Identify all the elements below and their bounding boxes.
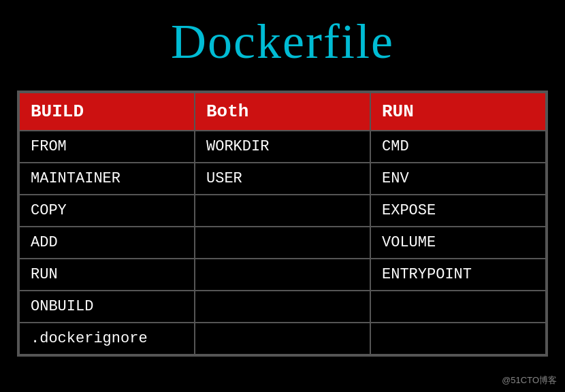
- cell-run: EXPOSE: [370, 195, 546, 227]
- table-row: FROMWORKDIRCMD: [19, 131, 546, 163]
- table-row: RUNENTRYPOINT: [19, 259, 546, 291]
- cell-both: [195, 291, 370, 323]
- header-build: BUILD: [19, 93, 195, 131]
- dockerfile-table: BUILD Both RUN FROMWORKDIRCMDMAINTAINERU…: [17, 91, 548, 357]
- cell-run: [370, 291, 546, 323]
- header-run: RUN: [370, 93, 546, 131]
- table-header-row: BUILD Both RUN: [19, 93, 546, 131]
- cell-both: [195, 195, 370, 227]
- cell-run: CMD: [370, 131, 546, 163]
- table-row: ONBUILD: [19, 291, 546, 323]
- cell-build: ONBUILD: [19, 291, 195, 323]
- cell-both: [195, 227, 370, 259]
- cell-both: [195, 323, 370, 355]
- watermark: @51CTO博客: [502, 374, 557, 387]
- cell-build: COPY: [19, 195, 195, 227]
- cell-build: MAINTAINER: [19, 163, 195, 195]
- table-row: MAINTAINERUSERENV: [19, 163, 546, 195]
- table-row: .dockerignore: [19, 323, 546, 355]
- page-title: Dockerfile: [171, 14, 394, 70]
- cell-build: RUN: [19, 259, 195, 291]
- cell-run: [370, 323, 546, 355]
- cell-build: .dockerignore: [19, 323, 195, 355]
- cell-run: ENTRYPOINT: [370, 259, 546, 291]
- table-row: ADDVOLUME: [19, 227, 546, 259]
- cell-build: FROM: [19, 131, 195, 163]
- cell-build: ADD: [19, 227, 195, 259]
- cell-run: ENV: [370, 163, 546, 195]
- table-row: COPYEXPOSE: [19, 195, 546, 227]
- cell-both: WORKDIR: [195, 131, 370, 163]
- cell-both: USER: [195, 163, 370, 195]
- header-both: Both: [195, 93, 370, 131]
- cell-run: VOLUME: [370, 227, 546, 259]
- cell-both: [195, 259, 370, 291]
